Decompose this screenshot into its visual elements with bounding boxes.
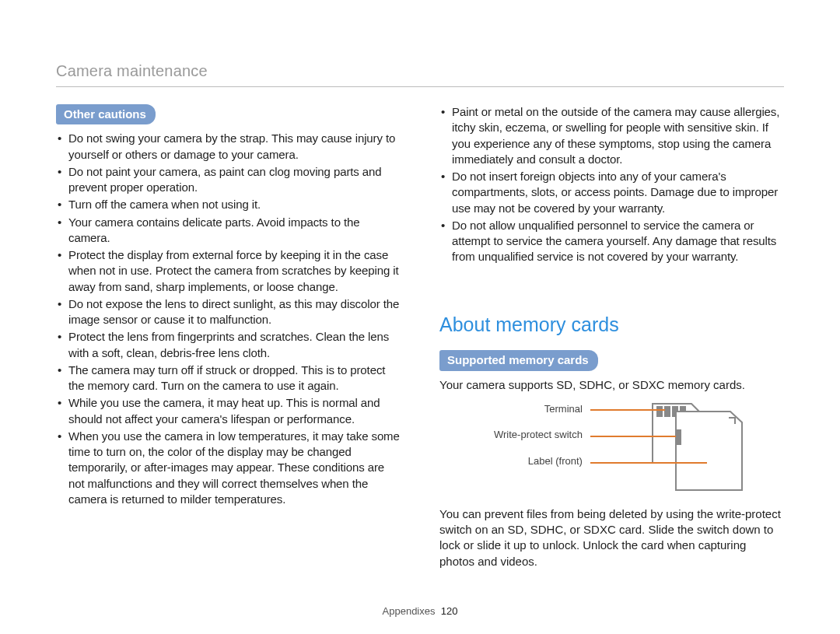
other-cautions-list: Do not swing your camera by the strap. T… [56,131,401,507]
about-memory-cards-heading: About memory cards [439,312,784,338]
svg-rect-0 [657,407,662,416]
terminal-label: Terminal [494,402,583,416]
list-item: Do not expose the lens to direct sunligh… [56,296,401,328]
other-cautions-badge: Other cautions [56,104,156,124]
list-item: Do not paint your camera, as paint can c… [56,164,401,196]
left-column: Other cautions Do not swing your camera … [56,104,401,576]
page-header: Camera maintenance [56,61,784,82]
list-item: When you use the camera in low temperatu… [56,429,401,507]
list-item: Paint or metal on the outside of the cam… [439,104,784,167]
header-rule [56,86,784,87]
content-columns: Other cautions Do not swing your camera … [56,104,784,576]
list-item: Protect the lens from fingerprints and s… [56,329,401,361]
footer-page-number: 120 [441,605,458,617]
write-protect-label: Write-protect switch [494,428,583,442]
sd-card-diagram: Terminal Write-protect switch Label (fro… [494,401,784,494]
list-item: Do not insert foreign objects into any o… [439,169,784,216]
list-item: While you use the camera, it may heat up… [56,395,401,427]
label-front-label: Label (front) [494,454,583,468]
supported-cards-intro: Your camera supports SD, SDHC, or SDXC m… [439,377,784,393]
diagram-labels: Terminal Write-protect switch Label (fro… [494,401,583,481]
footer-section: Appendixes [383,605,436,617]
list-item: Protect the display from external force … [56,247,401,295]
right-column: Paint or metal on the outside of the cam… [439,104,784,576]
list-item: Do not swing your camera by the strap. T… [56,131,401,163]
svg-rect-4 [676,430,681,444]
continued-cautions-list: Paint or metal on the outside of the cam… [439,104,784,265]
list-item: Turn off the camera when not using it. [56,197,401,212]
svg-rect-1 [665,407,670,416]
write-protect-body: You can prevent files from being deleted… [439,506,784,569]
list-item: Your camera contains delicate parts. Avo… [56,215,401,247]
page-footer: Appendixes 120 [0,604,840,618]
list-item: The camera may turn off if struck or dro… [56,363,401,394]
supported-memory-cards-badge: Supported memory cards [439,350,598,370]
sd-card-icon [590,401,746,494]
list-item: Do not allow unqualified personnel to se… [439,218,784,265]
